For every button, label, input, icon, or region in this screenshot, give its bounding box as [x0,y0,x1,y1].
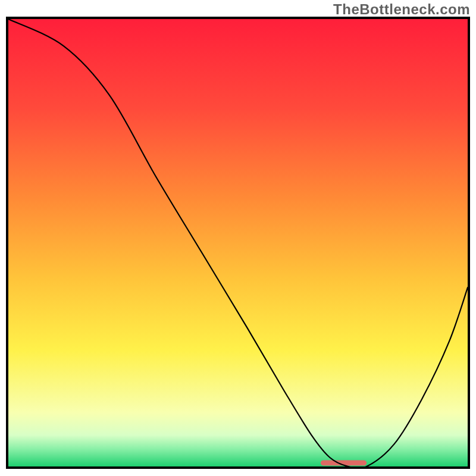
chart-background [8,19,468,466]
chart-svg [8,19,468,466]
chart-frame [6,17,470,469]
watermark-text: TheBottleneck.com [333,1,470,18]
